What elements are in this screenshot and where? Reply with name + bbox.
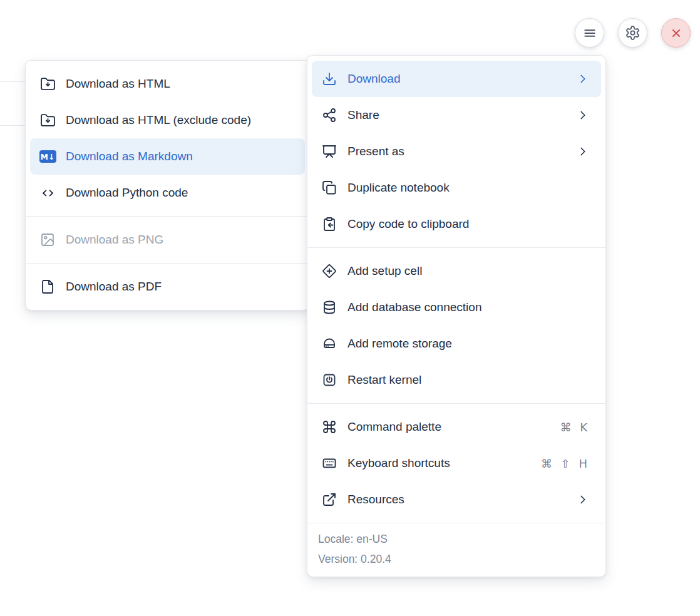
menu-item-download-python-code[interactable]: Download Python code — [30, 175, 305, 211]
menu-footer: Locale: en-US Version: 0.20.4 — [307, 523, 605, 577]
keyboard-icon — [321, 455, 337, 471]
menu-item-label: Duplicate notebook — [347, 181, 590, 195]
menu-section: Add setup cell Add database connection — [307, 247, 605, 403]
menu-item-label: Add database connection — [347, 300, 590, 314]
chevron-right-icon — [576, 145, 590, 158]
chevron-right-icon — [576, 493, 590, 506]
menu-item-label: Download as HTML — [66, 77, 294, 91]
menu-item-label: Share — [347, 108, 566, 122]
menu-item-duplicate-notebook[interactable]: Duplicate notebook — [312, 170, 601, 206]
menu-item-share[interactable]: Share — [312, 97, 601, 133]
storage-icon — [321, 336, 337, 352]
external-link-icon — [321, 491, 337, 508]
notebook-menu-button[interactable] — [575, 18, 604, 48]
copy-icon — [321, 180, 337, 196]
folder-down-icon — [39, 112, 56, 128]
image-icon — [39, 232, 56, 248]
menu-item-label: Add remote storage — [347, 337, 590, 351]
background-cell-border — [0, 125, 26, 126]
submenu-section: Download as HTML Download as HTML (exclu… — [26, 61, 309, 216]
menu-item-label: Download as PDF — [66, 280, 294, 294]
shortcut-text: ⌘ K — [560, 421, 590, 434]
notebook-actions-menu: Download Share Present as — [307, 55, 606, 577]
chevron-right-icon — [576, 72, 590, 86]
menu-item-label: Command palette — [347, 420, 550, 434]
menu-section: Download Share Present as — [307, 56, 605, 247]
menu-item-command-palette[interactable]: Command palette ⌘ K — [312, 409, 601, 445]
file-icon — [39, 279, 56, 295]
menu-item-download-as-html-exclude-code[interactable]: Download as HTML (exclude code) — [30, 102, 305, 138]
menu-item-label: Download as PNG — [66, 233, 294, 247]
menu-item-label: Copy code to clipboard — [347, 217, 590, 231]
menu-section: Command palette ⌘ K Keyboard shortcuts ⌘… — [307, 403, 605, 523]
chevron-right-icon — [576, 108, 590, 122]
menu-item-restart-kernel[interactable]: Restart kernel — [312, 362, 601, 398]
menu-item-keyboard-shortcuts[interactable]: Keyboard shortcuts ⌘ ⇧ H — [312, 445, 601, 481]
markdown-badge-icon: M↓ — [39, 148, 56, 165]
code-icon — [39, 185, 56, 201]
menu-item-label: Download Python code — [66, 186, 294, 200]
diamond-plus-icon — [321, 263, 337, 279]
menu-item-download-as-markdown[interactable]: M↓ Download as Markdown — [30, 138, 305, 175]
database-icon — [321, 299, 337, 316]
download-submenu: Download as HTML Download as HTML (exclu… — [25, 60, 310, 311]
menu-item-label: Download — [347, 72, 566, 86]
menu-item-label: Download as HTML (exclude code) — [66, 113, 294, 127]
command-icon — [321, 419, 337, 435]
hamburger-icon — [582, 25, 598, 41]
close-icon — [669, 26, 684, 41]
menu-item-label: Resources — [347, 493, 566, 506]
share-icon — [321, 107, 337, 123]
menu-item-copy-code-to-clipboard[interactable]: Copy code to clipboard — [312, 206, 601, 242]
menu-item-label: Download as Markdown — [66, 150, 294, 163]
version-text: Version: 0.20.4 — [318, 549, 595, 569]
menu-item-add-remote-storage[interactable]: Add remote storage — [312, 326, 601, 362]
menu-item-add-setup-cell[interactable]: Add setup cell — [312, 253, 601, 289]
menu-item-download-as-html[interactable]: Download as HTML — [30, 66, 305, 102]
menu-item-resources[interactable]: Resources — [312, 481, 601, 518]
settings-button[interactable] — [618, 18, 647, 48]
menu-item-label: Restart kernel — [347, 373, 590, 387]
folder-down-icon — [39, 76, 56, 92]
gear-icon — [625, 25, 641, 41]
close-button[interactable] — [661, 18, 691, 48]
presentation-icon — [321, 143, 337, 160]
menu-item-present-as[interactable]: Present as — [312, 133, 601, 170]
download-icon — [321, 71, 337, 87]
submenu-section: Download as PNG — [26, 216, 309, 263]
background-cell-border — [0, 81, 26, 82]
menu-item-download-as-png: Download as PNG — [30, 222, 305, 258]
menu-item-label: Present as — [347, 145, 566, 158]
menu-item-label: Keyboard shortcuts — [347, 456, 531, 470]
clipboard-arrow-icon — [321, 216, 337, 232]
menu-item-label: Add setup cell — [347, 264, 590, 278]
submenu-section: Download as PDF — [26, 263, 309, 310]
menu-item-download[interactable]: Download — [312, 61, 601, 97]
locale-text: Locale: en-US — [318, 529, 595, 549]
shortcut-text: ⌘ ⇧ H — [541, 457, 590, 470]
menu-item-download-as-pdf[interactable]: Download as PDF — [30, 269, 305, 305]
power-square-icon — [321, 372, 337, 388]
menu-item-add-database-connection[interactable]: Add database connection — [312, 289, 601, 326]
